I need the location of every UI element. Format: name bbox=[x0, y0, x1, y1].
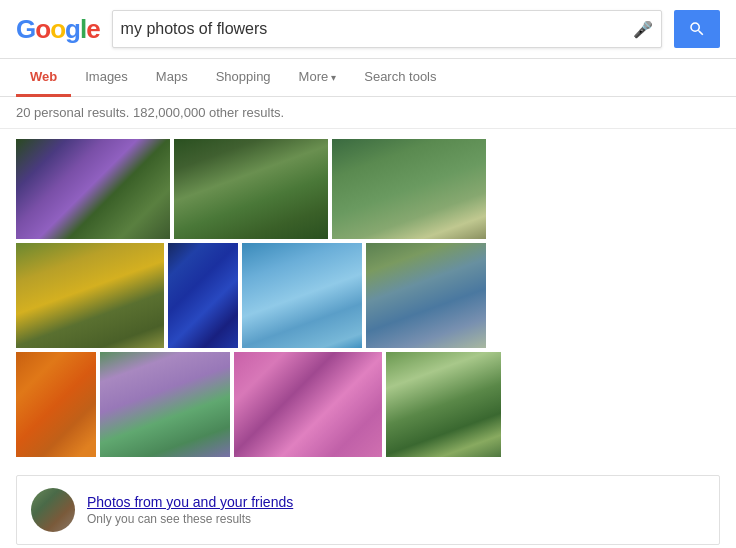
social-text: Photos from you and your friends Only yo… bbox=[87, 494, 293, 526]
search-button[interactable] bbox=[674, 10, 720, 48]
flower-image-7 bbox=[366, 243, 486, 348]
nav-search-tools[interactable]: Search tools bbox=[350, 59, 450, 97]
flower-image-2 bbox=[174, 139, 328, 239]
nav-maps[interactable]: Maps bbox=[142, 59, 202, 97]
flower-image-6 bbox=[242, 243, 362, 348]
image-cell[interactable] bbox=[386, 352, 501, 457]
avatar bbox=[31, 488, 75, 532]
social-result: Photos from you and your friends Only yo… bbox=[16, 475, 720, 545]
image-cell[interactable] bbox=[16, 139, 170, 239]
image-grid bbox=[0, 129, 736, 467]
image-row-1 bbox=[16, 139, 720, 239]
image-cell[interactable] bbox=[100, 352, 230, 457]
flower-image-5 bbox=[168, 243, 238, 348]
flower-image-10 bbox=[234, 352, 382, 457]
navigation: Web Images Maps Shopping More Search too… bbox=[0, 59, 736, 97]
search-icon bbox=[688, 20, 706, 38]
flower-image-8 bbox=[16, 352, 96, 457]
image-row-2 bbox=[16, 243, 720, 348]
search-bar: my photos of flowers 🎤 bbox=[112, 10, 662, 48]
nav-web[interactable]: Web bbox=[16, 59, 71, 97]
mic-icon[interactable]: 🎤 bbox=[633, 19, 653, 39]
image-cell[interactable] bbox=[16, 352, 96, 457]
nav-images[interactable]: Images bbox=[71, 59, 142, 97]
flower-image-1 bbox=[16, 139, 170, 239]
search-input[interactable]: my photos of flowers bbox=[121, 20, 633, 38]
image-cell[interactable] bbox=[174, 139, 328, 239]
social-result-subtitle: Only you can see these results bbox=[87, 512, 293, 526]
flower-image-3 bbox=[332, 139, 486, 239]
image-row-3 bbox=[16, 352, 720, 457]
image-cell[interactable] bbox=[366, 243, 486, 348]
results-info: 20 personal results. 182,000,000 other r… bbox=[0, 97, 736, 129]
image-cell[interactable] bbox=[332, 139, 486, 239]
header: Google my photos of flowers 🎤 bbox=[0, 0, 736, 59]
flower-image-11 bbox=[386, 352, 501, 457]
nav-shopping[interactable]: Shopping bbox=[202, 59, 285, 97]
chevron-down-icon bbox=[331, 69, 336, 84]
image-cell[interactable] bbox=[242, 243, 362, 348]
flower-image-4 bbox=[16, 243, 164, 348]
flower-image-9 bbox=[100, 352, 230, 457]
social-result-title[interactable]: Photos from you and your friends bbox=[87, 494, 293, 510]
nav-more[interactable]: More bbox=[285, 59, 351, 97]
image-cell[interactable] bbox=[16, 243, 164, 348]
image-cell[interactable] bbox=[168, 243, 238, 348]
image-cell[interactable] bbox=[234, 352, 382, 457]
google-logo[interactable]: Google bbox=[16, 14, 100, 45]
results-count: 20 personal results. 182,000,000 other r… bbox=[16, 105, 284, 120]
